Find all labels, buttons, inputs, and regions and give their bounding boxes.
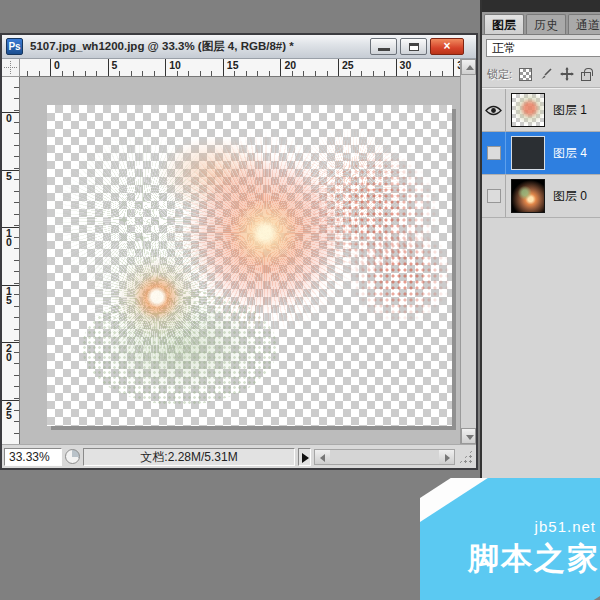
- ruler-label: 10: [2, 227, 19, 247]
- tab-channels[interactable]: 通道: [568, 14, 600, 34]
- ruler-label: 15: [2, 285, 19, 305]
- maximize-button[interactable]: [400, 38, 427, 55]
- eye-icon: [485, 105, 502, 116]
- window-resize-grip[interactable]: [458, 449, 474, 465]
- status-clock-icon: [65, 449, 80, 464]
- lock-image-pixels-brush-icon[interactable]: [539, 67, 553, 81]
- document-title: 5107.jpg_wh1200.jpg @ 33.3% (图层 4, RGB/8…: [30, 39, 370, 54]
- top-ruler[interactable]: 05101520253035: [20, 59, 460, 77]
- document-window: Ps 5107.jpg_wh1200.jpg @ 33.3% (图层 4, RG…: [0, 33, 478, 470]
- fireworks-small-burst: [85, 225, 229, 369]
- layer-thumbnail[interactable]: [511, 179, 545, 213]
- panel-top-strip: [482, 0, 600, 12]
- lock-position-move-icon[interactable]: [560, 67, 574, 81]
- ruler-label: 20: [280, 59, 296, 76]
- ruler-label: 10: [165, 59, 181, 76]
- ruler-label: 15: [223, 59, 239, 76]
- layer-name[interactable]: 图层 4: [553, 145, 587, 162]
- vertical-scrollbar[interactable]: [460, 59, 476, 444]
- layer-row-0[interactable]: 图层 0: [482, 175, 600, 218]
- minimize-button[interactable]: [370, 38, 397, 55]
- watermark: jb51.net 脚本之家: [420, 478, 600, 600]
- layer-thumbnail[interactable]: [511, 93, 545, 127]
- layers-list: 图层 1 图层 4 图层 0: [482, 88, 600, 218]
- eye-hidden-box: [487, 189, 501, 203]
- ruler-label: 5: [108, 59, 118, 76]
- scroll-up-button[interactable]: [461, 59, 476, 75]
- photoshop-workspace: Ps 5107.jpg_wh1200.jpg @ 33.3% (图层 4, RG…: [0, 0, 600, 600]
- watermark-site-name: 脚本之家: [468, 538, 600, 580]
- left-ruler[interactable]: 0510152025: [2, 77, 20, 444]
- layer-name[interactable]: 图层 0: [553, 188, 587, 205]
- arrow-up-icon: [466, 65, 474, 70]
- tab-history[interactable]: 历史: [526, 14, 566, 34]
- scroll-left-button[interactable]: [315, 450, 330, 464]
- layers-panel: 图层 历史 通道 正常 锁定: 图层 1: [480, 0, 600, 505]
- scroll-down-button[interactable]: [461, 428, 476, 444]
- eye-hidden-box: [487, 146, 501, 160]
- ruler-label: 5: [2, 170, 19, 181]
- zoom-level-field[interactable]: 33.33%: [4, 448, 62, 466]
- blend-mode-row: 正常: [482, 35, 600, 61]
- arrow-right-icon: [445, 454, 450, 462]
- canvas-transparent-page[interactable]: [47, 105, 452, 426]
- arrow-left-icon: [320, 454, 325, 462]
- ruler-label: 0: [2, 112, 19, 123]
- blend-mode-select[interactable]: 正常: [486, 39, 600, 57]
- ruler-label: 25: [338, 59, 354, 76]
- document-titlebar[interactable]: Ps 5107.jpg_wh1200.jpg @ 33.3% (图层 4, RG…: [2, 35, 476, 59]
- scroll-right-button[interactable]: [439, 450, 454, 464]
- layer-thumbnail[interactable]: [511, 136, 545, 170]
- lock-all-icon[interactable]: [581, 72, 591, 81]
- ruler-label: 0: [50, 59, 60, 76]
- layer-row-4-selected[interactable]: 图层 4: [482, 132, 600, 175]
- lock-transparent-pixels-icon[interactable]: [519, 68, 532, 81]
- visibility-toggle[interactable]: [482, 89, 506, 131]
- layer-row-1[interactable]: 图层 1: [482, 89, 600, 132]
- ruler-label: 20: [2, 342, 19, 362]
- ruler-label: 25: [2, 400, 19, 420]
- ruler-origin-box[interactable]: [2, 59, 20, 77]
- visibility-toggle[interactable]: [482, 175, 506, 217]
- lock-label: 锁定:: [487, 67, 512, 82]
- watermark-site-url: jb51.net: [535, 518, 596, 535]
- minimize-icon: [378, 48, 390, 51]
- status-bar: 33.33% 文档:2.28M/5.31M: [2, 444, 476, 468]
- close-button[interactable]: ×: [430, 38, 464, 55]
- arrow-down-icon: [466, 435, 474, 440]
- visibility-toggle[interactable]: [482, 132, 506, 174]
- canvas-viewport[interactable]: [20, 77, 460, 444]
- tab-layers[interactable]: 图层: [484, 14, 524, 34]
- status-popup-button[interactable]: [298, 448, 311, 466]
- document-size-field[interactable]: 文档:2.28M/5.31M: [83, 448, 295, 466]
- horizontal-scrollbar[interactable]: [314, 449, 455, 465]
- close-icon: ×: [443, 39, 450, 53]
- ruler-label: 30: [396, 59, 412, 76]
- layer-name[interactable]: 图层 1: [553, 102, 587, 119]
- maximize-icon: [409, 43, 419, 51]
- photoshop-app-icon: Ps: [6, 38, 23, 55]
- panel-tab-bar: 图层 历史 通道: [482, 12, 600, 35]
- lock-row: 锁定:: [482, 61, 600, 88]
